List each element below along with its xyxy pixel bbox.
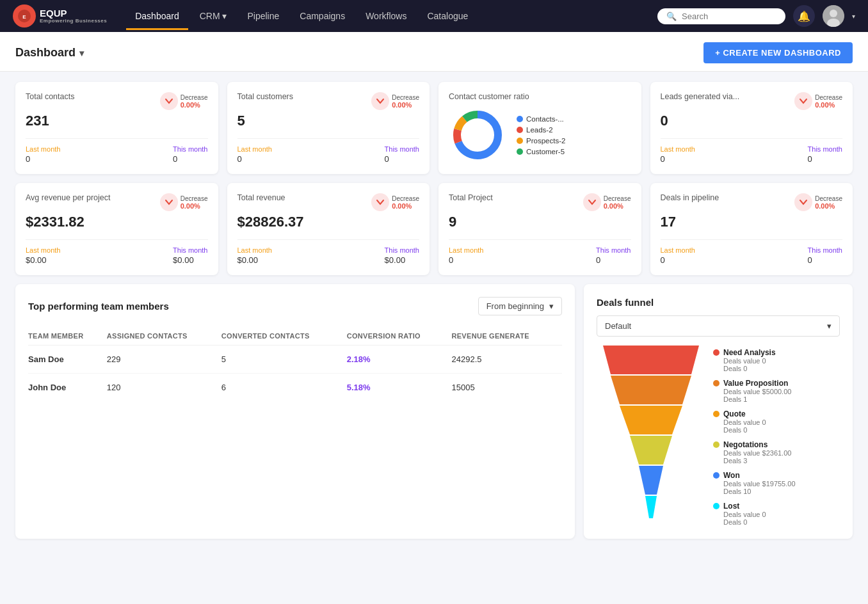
svg-marker-15 bbox=[645, 496, 657, 518]
revenue-1: 24292.5 bbox=[451, 346, 562, 374]
funnel-body: Need Analysis Deals value 0 Deals 0 Valu… bbox=[597, 346, 840, 526]
last-month-label-5: Last month bbox=[26, 246, 60, 254]
table-row: John Doe 120 6 5.18% 15005 bbox=[28, 374, 562, 402]
total-project-value: 9 bbox=[449, 214, 631, 230]
avg-revenue-value: $2331.82 bbox=[26, 214, 208, 230]
search-box[interactable]: 🔍 bbox=[657, 8, 785, 24]
total-revenue-value: $28826.37 bbox=[237, 214, 420, 230]
quote-sub1: Deals value 0 bbox=[723, 418, 766, 426]
brand-name: EQUP bbox=[40, 8, 107, 18]
converted-2: 6 bbox=[221, 374, 347, 402]
leads-dot bbox=[517, 127, 523, 133]
nav-catalogue[interactable]: Catalogue bbox=[418, 2, 477, 30]
last-month-value-7: 0 bbox=[449, 255, 483, 265]
stats-row-1: Total contacts Decrease 0.00% 231 Last m… bbox=[15, 82, 853, 174]
total-project-badge: Decrease 0.00% bbox=[583, 193, 631, 211]
lost-sub2: Deals 0 bbox=[723, 518, 766, 526]
total-revenue-label: Total revenue bbox=[237, 193, 285, 202]
this-month-value-7: 0 bbox=[596, 255, 631, 265]
need-analysis-title: Need Analysis bbox=[723, 348, 776, 357]
team-table: TEAM MEMBER ASSIGNED CONTACTS CONVERTED … bbox=[28, 327, 562, 401]
search-input[interactable] bbox=[682, 12, 776, 21]
nav-dashboard[interactable]: Dashboard bbox=[126, 2, 188, 30]
avatar[interactable] bbox=[823, 5, 844, 27]
svg-marker-14 bbox=[639, 466, 663, 495]
contacts-dot bbox=[517, 116, 523, 122]
decrease-icon bbox=[160, 92, 178, 110]
lost-dot bbox=[713, 503, 719, 509]
nav-right: 🔍 🔔 ▾ bbox=[657, 5, 855, 27]
create-dashboard-button[interactable]: + CREATE NEW DASHBOARD bbox=[703, 42, 853, 63]
value-prop-title: Value Proposition bbox=[723, 379, 791, 388]
page-title-row[interactable]: Dashboard ▾ bbox=[15, 46, 84, 60]
period-dropdown[interactable]: From beginning ▾ bbox=[478, 297, 562, 315]
funnel-card: Deals funnel Default ▾ bbox=[584, 284, 853, 539]
quote-title: Quote bbox=[723, 409, 766, 418]
total-customers-label: Total customers bbox=[237, 92, 294, 101]
deals-pipeline-badge: Decrease 0.00% bbox=[794, 193, 842, 211]
page-header: Dashboard ▾ + CREATE NEW DASHBOARD bbox=[0, 32, 868, 72]
nav-campaigns[interactable]: Campaigns bbox=[291, 2, 354, 30]
period-dropdown-label: From beginning bbox=[486, 301, 544, 311]
customers-dot bbox=[517, 148, 523, 155]
won-sub2: Deals 10 bbox=[723, 488, 796, 495]
value-prop-sub2: Deals 1 bbox=[723, 395, 791, 403]
table-row: Sam Doe 229 5 2.18% 24292.5 bbox=[28, 346, 562, 374]
last-month-value-8: 0 bbox=[661, 255, 695, 265]
main-content: Total contacts Decrease 0.00% 231 Last m… bbox=[0, 72, 868, 549]
stat-deals-pipeline: Deals in pipeline Decrease 0.00% 17 Last… bbox=[650, 183, 853, 275]
period-dropdown-caret: ▾ bbox=[549, 301, 554, 311]
this-month-value-4: 0 bbox=[808, 154, 842, 164]
col-team-member: TEAM MEMBER bbox=[28, 327, 107, 346]
this-month-label-4: This month bbox=[808, 145, 842, 153]
legend-contacts: Contacts-... bbox=[517, 115, 565, 123]
donut-legend: Contacts-... Leads-2 Prospects-2 Custome… bbox=[517, 115, 565, 155]
col-assigned: ASSIGNED CONTACTS bbox=[107, 327, 221, 346]
nav-links: Dashboard CRM ▾ Pipeline Campaigns Workf… bbox=[126, 2, 638, 30]
stat-total-revenue: Total revenue Decrease 0.00% $28826.37 L… bbox=[227, 183, 430, 275]
lost-sub1: Deals value 0 bbox=[723, 511, 766, 518]
total-customers-value: 5 bbox=[237, 113, 420, 129]
negotations-sub1: Deals value $2361.00 bbox=[723, 449, 791, 457]
logo[interactable]: E EQUP Empowering Businesses bbox=[13, 4, 107, 28]
won-title: Won bbox=[723, 471, 796, 480]
this-month-label-7: This month bbox=[596, 246, 631, 254]
stats-row-2: Avg revenue per project Decrease 0.00% $… bbox=[15, 183, 853, 275]
funnel-legend-need-analysis: Need Analysis Deals value 0 Deals 0 bbox=[713, 348, 796, 372]
svg-marker-12 bbox=[620, 406, 682, 434]
this-month-label-6: This month bbox=[385, 246, 419, 254]
total-revenue-badge: Decrease 0.00% bbox=[371, 193, 419, 211]
page-title: Dashboard bbox=[15, 46, 76, 60]
last-month-value-5: $0.00 bbox=[26, 255, 60, 265]
deals-pipeline-label: Deals in pipeline bbox=[661, 193, 719, 202]
assigned-2: 120 bbox=[107, 374, 221, 402]
stat-total-project: Total Project Decrease 0.00% 9 Last mont… bbox=[438, 183, 641, 275]
svg-point-3 bbox=[830, 10, 837, 17]
ratio-2: 5.18% bbox=[347, 374, 452, 402]
need-analysis-sub1: Deals value 0 bbox=[723, 357, 776, 365]
ratio-1: 2.18% bbox=[347, 346, 452, 374]
last-month-label-8: Last month bbox=[661, 246, 695, 254]
notification-bell[interactable]: 🔔 bbox=[793, 5, 815, 27]
col-converted: CONVERTED CONTACTS bbox=[221, 327, 347, 346]
leads-badge: Decrease 0.00% bbox=[794, 92, 842, 110]
last-month-label-2: Last month bbox=[237, 145, 272, 153]
leads-generated-label: Leads generated via... bbox=[661, 92, 740, 101]
logo-icon: E bbox=[13, 4, 36, 28]
nav-workflows[interactable]: Workflows bbox=[357, 2, 415, 30]
prospects-dot bbox=[517, 138, 523, 144]
nav-crm[interactable]: CRM ▾ bbox=[191, 2, 236, 30]
nav-pipeline[interactable]: Pipeline bbox=[238, 2, 288, 30]
this-month-value-1: 0 bbox=[173, 154, 207, 164]
need-analysis-dot bbox=[713, 349, 719, 356]
total-project-label: Total Project bbox=[449, 193, 493, 202]
funnel-chart bbox=[597, 346, 705, 520]
team-card: Top performing team members From beginni… bbox=[15, 284, 575, 539]
funnel-dropdown[interactable]: Default ▾ bbox=[597, 315, 840, 337]
funnel-legend-won: Won Deals value $19755.00 Deals 10 bbox=[713, 471, 796, 495]
stat-total-customers: Total customers Decrease 0.00% 5 Last mo… bbox=[227, 82, 430, 174]
legend-customers: Customer-5 bbox=[517, 148, 565, 155]
avatar-dropdown-caret[interactable]: ▾ bbox=[852, 13, 855, 20]
funnel-legend-quote: Quote Deals value 0 Deals 0 bbox=[713, 409, 796, 434]
avg-revenue-label: Avg revenue per project bbox=[26, 193, 111, 202]
